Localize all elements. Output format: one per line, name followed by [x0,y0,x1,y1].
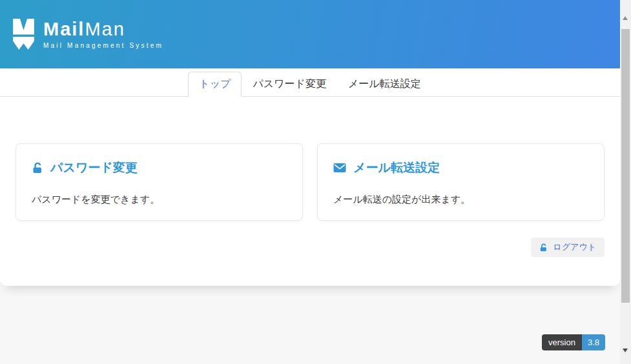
main-nav: トップ パスワード変更 メール転送設定 [0,68,620,97]
version-badge-label: version [542,334,582,350]
scroll-down-arrow-icon[interactable] [623,349,628,352]
logout-label: ログアウト [553,241,596,253]
cards-row: パスワード変更 パスワードを変更できます。 メール転送設定 [16,143,605,221]
unlock-icon [539,243,548,252]
scroll-up-arrow-icon[interactable] [623,16,628,20]
tab-content: パスワード変更 パスワードを変更できます。 メール転送設定 [0,97,620,257]
app-title: MailMan [43,20,163,39]
app-subtitle: Mail Management System [43,42,163,49]
logout-row: ログアウト [16,238,605,257]
version-badge: version 3.8 [542,334,605,350]
tab-mail-forwarding[interactable]: メール転送設定 [337,72,432,97]
app-title-bold: Mail [43,19,85,39]
card-description: メール転送の設定が出来ます。 [333,194,588,206]
mail-forwarding-card[interactable]: メール転送設定 メール転送の設定が出来ます。 [317,143,605,221]
password-change-card[interactable]: パスワード変更 パスワードを変更できます。 [16,143,303,221]
page: MailMan Mail Management System トップ パスワード… [0,0,620,364]
mail-forwarding-card-link[interactable]: メール転送設定 [333,159,588,176]
app-title-light: Man [85,19,125,39]
logout-button[interactable]: ログアウト [531,238,605,257]
main-panel: トップ パスワード変更 メール転送設定 パスワード変更 [0,68,620,286]
vertical-scrollbar[interactable] [620,0,631,364]
envelope-icon [333,163,346,173]
app-footer: version 3.8 [0,286,620,350]
app-header: MailMan Mail Management System [0,0,620,68]
card-description: パスワードを変更できます。 [32,194,287,206]
version-badge-value: 3.8 [582,334,605,350]
tab-password-change[interactable]: パスワード変更 [242,72,337,97]
mailman-logo-icon [13,19,34,50]
card-title-text: メール転送設定 [353,159,440,176]
unlock-icon [32,162,43,174]
brand-logo: MailMan Mail Management System [13,19,163,50]
tab-top[interactable]: トップ [188,72,242,97]
brand-text: MailMan Mail Management System [43,20,163,49]
scrollbar-thumb[interactable] [621,29,630,303]
password-change-card-link[interactable]: パスワード変更 [32,159,287,176]
card-title-text: パスワード変更 [50,159,138,176]
